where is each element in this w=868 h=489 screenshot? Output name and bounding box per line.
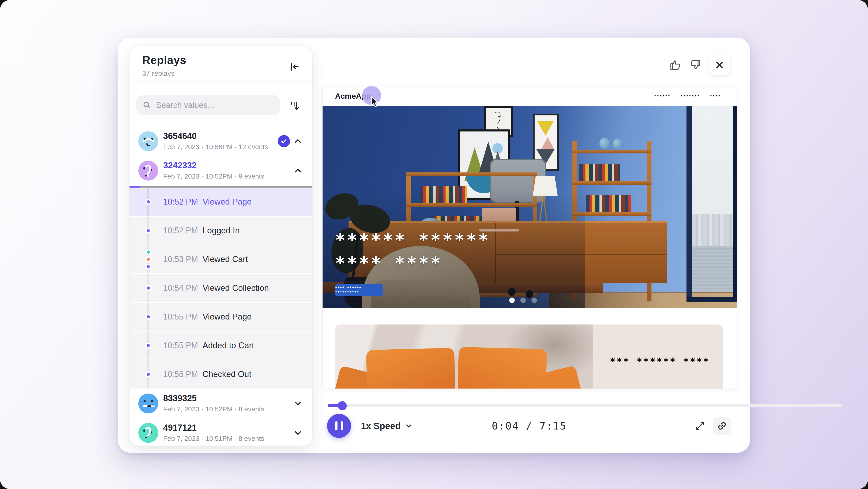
sofa-cushion [366,348,455,389]
hero-line-1: ****** ****** [335,231,490,250]
event-dot [145,249,151,255]
session-row-3242332[interactable]: 3242332 Feb 7, 2023 · 10:52PM · 9 events [129,156,312,185]
event-dot [145,228,151,233]
window-frame [686,297,737,302]
event-row-viewed-page[interactable]: 10:52 PM Viewed Page [129,188,312,216]
thumbs-up-icon [669,58,682,71]
replay-count: 37 replays [142,69,175,78]
session-meta: Feb 7, 2023 · 10:52PM · 8 events [163,405,264,413]
event-dot [145,371,151,377]
nav-item: **** [710,94,721,98]
pause-button[interactable] [327,414,351,438]
event-row-viewed-page-2[interactable]: 10:55 PM Viewed Page [129,303,312,331]
hero-cta-button: **** ****** ********** [335,284,383,296]
chevron-down-icon [293,399,303,408]
site-header: AcmeApp ****** ******* **** [322,86,737,106]
close-icon [715,60,724,70]
event-row-logged-in[interactable]: 10:52 PM Logged In [129,217,312,244]
window-frame [733,106,737,301]
event-row-added-to-cart[interactable]: 10:55 PM Added to Cart [129,332,312,359]
event-row-viewed-cart[interactable]: 10:53 PM Viewed Cart [129,245,312,274]
speed-selector[interactable]: 1x Speed [361,414,412,438]
expand-icon [694,420,706,432]
event-row-viewed-collection[interactable]: 10:54 PM Viewed Collection [129,274,312,302]
page-title: Replays [142,54,186,67]
event-time: 10:52 PM [163,197,198,207]
session-id: 8339325 [163,394,197,403]
session-id: 3654640 [163,131,197,141]
cursor-icon [370,96,381,109]
session-id: 3242332 [163,161,197,170]
app-screen: Replays 37 replays [0,0,868,489]
carousel-dots [509,297,537,303]
replays-sidebar: Replays 37 replays [129,46,313,446]
event-time: 10:56 PM [163,370,198,379]
search-input[interactable] [156,100,265,110]
event-label: Checked Out [203,370,251,379]
pause-icon [341,421,343,430]
pause-icon [335,421,338,430]
event-label: Viewed Page [203,197,252,207]
collapse-session-button[interactable] [293,165,303,176]
collapse-sidebar-button[interactable] [287,59,302,75]
avatar [138,161,158,180]
hero-line-2: **** **** [335,254,490,273]
avatar [138,423,158,443]
event-label: Added to Cart [203,341,254,350]
event-dot [145,314,151,320]
watched-badge [278,135,290,147]
session-meta: Feb 7, 2023 · 10:58PM · 12 events [163,143,268,151]
time-display: 0:04 / 7:15 [484,414,575,438]
event-label: Viewed Collection [203,283,269,293]
session-progress-bar [129,186,312,188]
thumbs-up-button[interactable] [669,57,682,72]
thumbs-down-button[interactable] [688,57,702,72]
event-row-checked-out[interactable]: 10:56 PM Checked Out [129,360,312,388]
session-row-4917121[interactable]: 4917121 Feb 7, 2023 · 10:51PM · 8 events [129,419,312,446]
event-time: 10:55 PM [163,312,198,321]
chevron-down-icon [293,428,303,438]
link-icon [716,420,727,432]
event-dot [145,343,151,348]
event-time: 10:52 PM [163,226,198,235]
sofa-cushion [458,347,547,389]
carousel-dot [531,297,537,303]
hero-headline: ****** ****** **** **** [335,231,490,272]
session-id: 4917121 [163,423,197,433]
replay-modal: Replays 37 replays [118,37,750,453]
divider [129,81,312,82]
speed-label: 1x Speed [361,421,401,431]
search-box[interactable] [136,95,280,115]
session-progress-fill [129,186,141,188]
expand-session-button[interactable] [293,428,303,438]
fullscreen-button[interactable] [694,420,706,432]
window-city-skyline [692,214,733,246]
session-row-8339325[interactable]: 8339325 Feb 7, 2023 · 10:52PM · 8 events [129,389,312,418]
event-label: Viewed Cart [203,255,248,264]
event-dot [145,256,151,262]
expand-session-button[interactable] [293,398,303,409]
nav-item: ****** [654,94,671,98]
event-dot [145,285,151,291]
check-icon [279,137,288,146]
search-icon [143,101,151,110]
playback-progress-bar[interactable] [328,404,842,407]
copy-link-button[interactable] [713,417,731,435]
event-time: 10:54 PM [163,283,198,293]
avatar [138,131,158,151]
event-dot [145,264,151,269]
playback-handle[interactable] [338,401,347,410]
sofa-photo [335,324,593,389]
product-text-panel: *** ****** **** [593,324,723,389]
carousel-dot-active [509,297,515,303]
collapse-session-button[interactable] [293,136,303,146]
chevron-up-icon [293,136,303,146]
hero-image: ****** ****** **** **** **** ****** ****… [322,106,737,308]
event-dot [145,199,151,205]
replay-viewport: AcmeApp ****** ******* **** [322,86,737,389]
sort-button[interactable] [286,97,303,114]
close-button[interactable] [709,54,730,76]
session-row-3654640[interactable]: 3654640 Feb 7, 2023 · 10:58PM · 12 event… [129,127,312,156]
window-frame [686,106,692,301]
session-meta: Feb 7, 2023 · 10:52PM · 9 events [163,172,264,180]
